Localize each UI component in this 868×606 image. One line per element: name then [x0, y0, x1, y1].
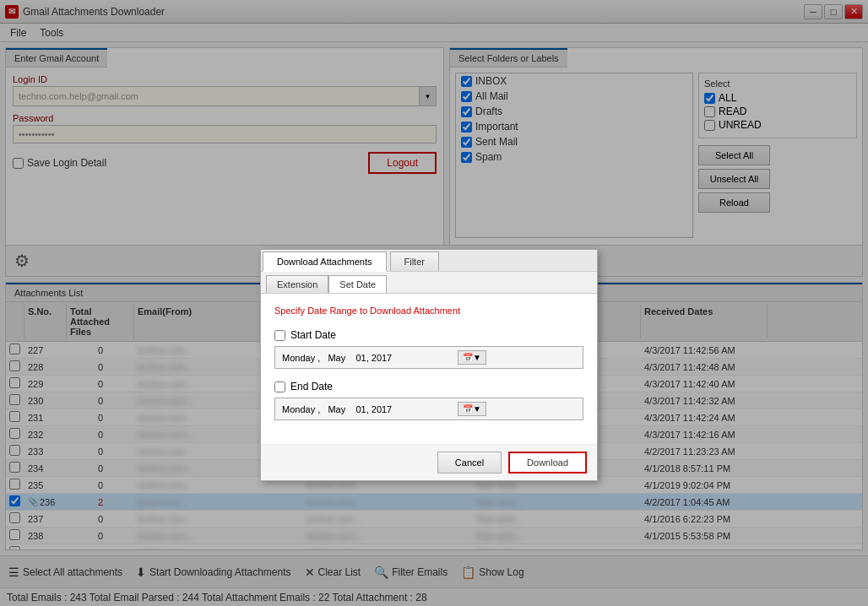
- modal-description: Specify Date Range to Download Attachmen…: [274, 306, 583, 316]
- end-date-checkbox-row: End Date: [274, 381, 583, 392]
- start-date-input-row: 📅▼: [274, 346, 583, 369]
- modal-body: Specify Date Range to Download Attachmen…: [261, 294, 597, 444]
- modal-subtab-setdate[interactable]: Set Date: [328, 275, 387, 293]
- cancel-button[interactable]: Cancel: [437, 452, 502, 473]
- end-date-section: End Date 📅▼: [274, 381, 583, 420]
- start-date-input[interactable]: [282, 353, 451, 363]
- modal-subtab-bar: Extension Set Date: [261, 272, 597, 294]
- modal-tab-filter[interactable]: Filter: [390, 252, 439, 271]
- end-date-input[interactable]: [282, 404, 451, 414]
- modal-overlay: Download Attachments Filter Extension Se…: [0, 0, 868, 606]
- modal-tab-bar: Download Attachments Filter: [261, 250, 597, 272]
- end-date-label: End Date: [290, 381, 333, 392]
- start-date-label: Start Date: [290, 329, 336, 341]
- modal-footer: Cancel Download: [261, 444, 597, 480]
- modal-subtab-extension[interactable]: Extension: [266, 275, 328, 293]
- download-button[interactable]: Download: [508, 452, 587, 473]
- start-date-checkbox[interactable]: [274, 330, 285, 341]
- download-attachments-modal: Download Attachments Filter Extension Se…: [260, 249, 598, 481]
- end-date-checkbox[interactable]: [274, 381, 285, 392]
- end-date-input-row: 📅▼: [274, 398, 583, 420]
- start-date-section: Start Date 📅▼: [274, 329, 583, 369]
- modal-tab-download[interactable]: Download Attachments: [263, 252, 387, 272]
- start-date-checkbox-row: Start Date: [274, 329, 583, 341]
- start-date-calendar-button[interactable]: 📅▼: [458, 350, 486, 365]
- end-date-calendar-button[interactable]: 📅▼: [458, 402, 486, 416]
